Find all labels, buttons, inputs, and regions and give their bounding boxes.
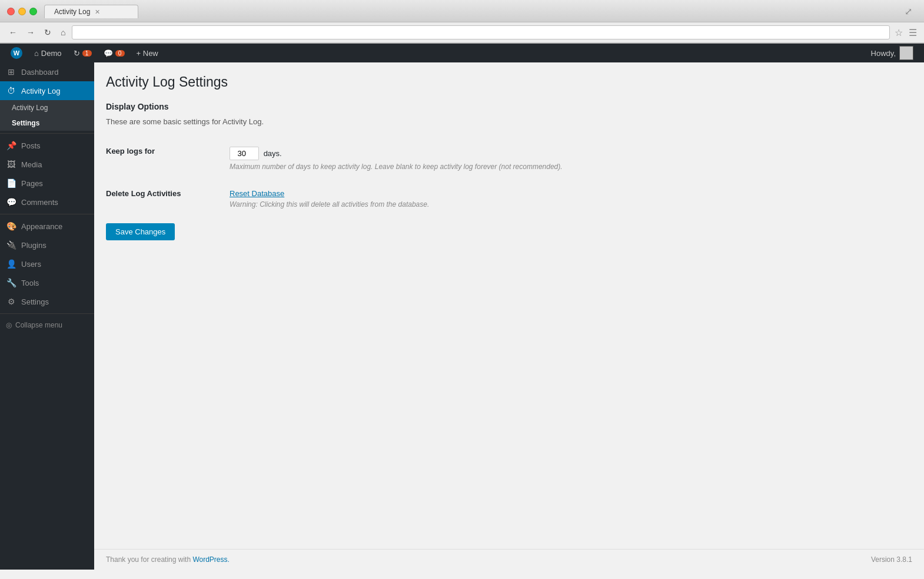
comments-sidebar-icon: 💬	[6, 197, 16, 207]
wp-sidebar: ⊞ Dashboard ⏱ Activity Log Activity Log …	[0, 62, 94, 570]
updates-item[interactable]: ↻ 1	[68, 44, 98, 62]
address-bar[interactable]	[72, 25, 890, 39]
media-icon: 🖼	[6, 160, 16, 169]
browser-menu-icon[interactable]: ☰	[908, 26, 918, 39]
comments-badge: 0	[115, 50, 125, 57]
resize-icon: ⤢	[905, 6, 917, 17]
delete-warning: Warning: Clicking this will delete all a…	[230, 200, 906, 209]
sidebar-item-appearance[interactable]: 🎨 Appearance	[0, 217, 94, 236]
pages-icon: 📄	[6, 178, 16, 188]
sidebar-label-posts: Posts	[21, 141, 41, 150]
site-name-item[interactable]: ⌂ Demo	[28, 44, 68, 62]
sidebar-label-activity-log: Activity Log	[21, 87, 60, 95]
footer-version: Version 3.8.1	[871, 555, 912, 564]
footer-wp-link[interactable]: WordPress.	[192, 555, 229, 564]
settings-table: Keep logs for days. Maximum number of da…	[106, 138, 912, 217]
sidebar-item-tools[interactable]: 🔧 Tools	[0, 273, 94, 292]
settings-form: Display Options These are some basic set…	[106, 102, 912, 240]
footer-thanks-text: Thank you for creating with	[106, 555, 192, 564]
settings-icon: ⚙	[6, 297, 16, 306]
updates-icon: ↻	[74, 49, 80, 58]
wp-footer: Thank you for creating with WordPress. V…	[94, 549, 924, 570]
sidebar-divider-2	[0, 214, 94, 214]
new-label: + New	[137, 49, 158, 58]
sidebar-label-settings: Settings	[21, 297, 49, 306]
sidebar-divider-3	[0, 313, 94, 314]
activity-sub-label: Activity Log	[12, 104, 48, 112]
users-icon: 👤	[6, 259, 16, 269]
sidebar-item-activity[interactable]: Activity Log	[0, 100, 94, 115]
sidebar-item-posts[interactable]: 📌 Posts	[0, 136, 94, 155]
avatar	[899, 46, 913, 60]
minimize-button[interactable]	[18, 8, 26, 15]
settings-sub-label: Settings	[12, 119, 39, 127]
admin-bar-right: Howdy,	[865, 46, 919, 60]
sidebar-divider-1	[0, 133, 94, 134]
delete-label: Delete Log Activities	[106, 180, 224, 218]
footer-thanks: Thank you for creating with WordPress.	[106, 555, 230, 564]
sidebar-label-comments: Comments	[21, 198, 58, 207]
keep-logs-input[interactable]	[230, 147, 259, 160]
sidebar-label-media: Media	[21, 160, 42, 169]
howdy-label: Howdy,	[871, 49, 896, 58]
admin-bar-left: W ⌂ Demo ↻ 1 💬 0 + New	[5, 44, 865, 62]
sidebar-item-pages[interactable]: 📄 Pages	[0, 174, 94, 193]
activity-log-icon: ⏱	[6, 86, 16, 95]
sidebar-item-media[interactable]: 🖼 Media	[0, 155, 94, 174]
sidebar-label-dashboard: Dashboard	[21, 68, 59, 77]
sidebar-label-appearance: Appearance	[21, 222, 62, 231]
save-changes-button[interactable]: Save Changes	[106, 223, 175, 240]
comments-icon: 💬	[104, 49, 113, 58]
sidebar-label-tools: Tools	[21, 279, 39, 287]
keep-logs-row: Keep logs for days. Maximum number of da…	[106, 138, 912, 180]
howdy-area[interactable]: Howdy,	[865, 46, 919, 60]
home-button[interactable]: ⌂	[58, 27, 68, 38]
tab-title: Activity Log	[54, 8, 90, 16]
activity-log-submenu: Activity Log Settings	[0, 100, 94, 131]
bookmark-icon[interactable]: ☆	[893, 26, 904, 39]
wp-logo-text: W	[14, 49, 19, 57]
keep-logs-field: days. Maximum number of days to keep act…	[224, 138, 912, 180]
sidebar-label-plugins: Plugins	[21, 241, 46, 250]
back-button[interactable]: ←	[6, 27, 20, 38]
main-content-area: Activity Log Settings Display Options Th…	[94, 62, 924, 570]
browser-chrome: Activity Log ✕ ⤢ ← → ↻ ⌂ ☆ ☰	[0, 0, 924, 44]
forward-button[interactable]: →	[24, 27, 38, 38]
sidebar-item-plugins[interactable]: 🔌 Plugins	[0, 236, 94, 254]
sidebar-item-settings[interactable]: ⚙ Settings	[0, 292, 94, 311]
sidebar-item-users[interactable]: 👤 Users	[0, 254, 94, 273]
wp-admin-bar: W ⌂ Demo ↻ 1 💬 0 + New Howdy,	[0, 44, 924, 62]
keep-logs-label: Keep logs for	[106, 138, 224, 180]
reload-button[interactable]: ↻	[41, 27, 54, 38]
home-icon: ⌂	[34, 49, 39, 58]
collapse-menu-button[interactable]: ◎ Collapse menu	[0, 316, 94, 334]
delete-activities-row: Delete Log Activities Reset Database War…	[106, 180, 912, 218]
reset-database-link[interactable]: Reset Database	[230, 189, 284, 198]
page-title: Activity Log Settings	[106, 74, 912, 90]
browser-titlebar: Activity Log ✕ ⤢	[0, 0, 924, 22]
new-content-item[interactable]: + New	[131, 44, 164, 62]
sidebar-item-comments[interactable]: 💬 Comments	[0, 193, 94, 211]
wp-logo-icon: W	[11, 47, 22, 59]
sidebar-label-pages: Pages	[21, 179, 43, 188]
plugins-icon: 🔌	[6, 240, 16, 250]
sidebar-item-settings-sub[interactable]: Settings	[0, 115, 94, 131]
comments-item[interactable]: 💬 0	[98, 44, 131, 62]
keep-logs-hint: Maximum number of days to keep activity …	[230, 163, 906, 171]
sidebar-item-activity-log[interactable]: ⏱ Activity Log	[0, 81, 94, 100]
section-title: Display Options	[106, 102, 912, 111]
days-label: days.	[264, 149, 282, 158]
dashboard-icon: ⊞	[6, 67, 16, 77]
browser-toolbar: ← → ↻ ⌂ ☆ ☰	[0, 22, 924, 43]
browser-tab[interactable]: Activity Log ✕	[44, 5, 138, 18]
sidebar-item-dashboard[interactable]: ⊞ Dashboard	[0, 62, 94, 81]
browser-window-controls	[7, 8, 37, 15]
updates-badge: 1	[82, 50, 92, 57]
sidebar-label-users: Users	[21, 260, 41, 269]
collapse-icon: ◎	[6, 321, 12, 329]
maximize-button[interactable]	[29, 8, 37, 15]
wp-layout: ⊞ Dashboard ⏱ Activity Log Activity Log …	[0, 62, 924, 570]
close-button[interactable]	[7, 8, 15, 15]
tab-close-icon[interactable]: ✕	[95, 8, 100, 16]
wp-logo-item[interactable]: W	[5, 44, 28, 62]
